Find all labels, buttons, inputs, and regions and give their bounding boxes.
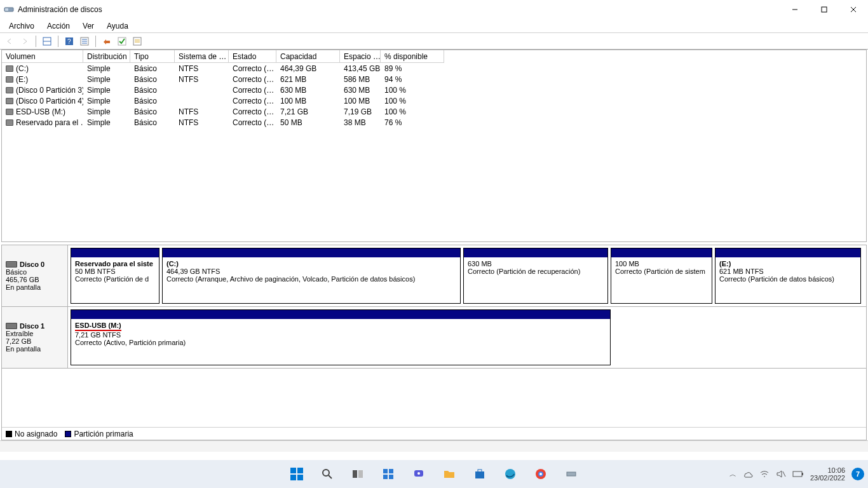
- disk-icon: [6, 261, 17, 268]
- col-distribucion[interactable]: Distribución: [83, 50, 130, 63]
- chrome-icon[interactable]: [528, 461, 553, 487]
- disk-size: 465,76 GB: [6, 276, 64, 283]
- svg-line-39: [783, 471, 785, 477]
- onedrive-icon[interactable]: [743, 470, 753, 478]
- menu-ver[interactable]: Ver: [76, 20, 100, 32]
- svg-rect-41: [802, 473, 803, 475]
- svg-rect-18: [290, 468, 296, 473]
- disk-kind: Básico: [6, 268, 64, 276]
- help-icon[interactable]: ?: [62, 34, 76, 48]
- volume-list[interactable]: Volumen Distribución Tipo Sistema de … E…: [1, 50, 867, 242]
- notification-badge[interactable]: 7: [851, 468, 864, 480]
- svg-rect-29: [389, 475, 393, 479]
- clock-date: 23/02/2022: [810, 474, 845, 482]
- col-espacio[interactable]: Espacio …: [340, 50, 381, 63]
- disk-label[interactable]: Disco 0 Básico 465,76 GB En pantalla: [2, 245, 68, 306]
- legend: No asignado Partición primaria: [2, 427, 866, 440]
- svg-rect-15: [133, 37, 141, 45]
- svg-rect-28: [383, 475, 388, 479]
- forward-button: [18, 34, 32, 48]
- col-capacidad[interactable]: Capacidad: [276, 50, 340, 63]
- col-volumen[interactable]: Volumen: [2, 50, 83, 63]
- drive-icon: [6, 65, 13, 72]
- svg-line-23: [329, 475, 332, 478]
- list-icon[interactable]: [78, 34, 92, 48]
- battery-icon[interactable]: [792, 471, 804, 477]
- svg-rect-26: [383, 469, 388, 473]
- taskbar: ︿ 10:06 23/02/2022 7: [0, 460, 868, 488]
- svg-rect-21: [297, 475, 303, 480]
- diskmgmt-taskbar-icon[interactable]: [559, 461, 584, 487]
- taskview-icon[interactable]: [345, 461, 370, 487]
- close-button[interactable]: [839, 0, 868, 19]
- check-icon[interactable]: [115, 34, 129, 48]
- app-icon: [4, 4, 14, 15]
- disk-row: Disco 0 Básico 465,76 GB En pantalla Res…: [2, 245, 866, 307]
- svg-rect-27: [389, 469, 393, 473]
- legend-unallocated: No asignado: [6, 430, 57, 438]
- drive-icon: [6, 98, 13, 104]
- disk-row: Disco 1 Extraíble 7,22 GB En pantalla ES…: [2, 307, 866, 369]
- maximize-button[interactable]: [810, 0, 839, 19]
- table-row[interactable]: (Disco 0 Partición 3)SimpleBásicoCorrect…: [2, 85, 866, 95]
- svg-rect-25: [358, 470, 363, 478]
- disk-name: Disco 1: [20, 322, 44, 330]
- svg-rect-19: [297, 468, 303, 473]
- partition[interactable]: Reservado para el siste50 MB NTFSCorrect…: [71, 248, 159, 304]
- props-icon[interactable]: [130, 34, 144, 48]
- svg-rect-1: [5, 8, 8, 11]
- svg-point-22: [323, 470, 329, 476]
- titlebar: Administración de discos: [0, 0, 868, 19]
- partition[interactable]: (C:)464,39 GB NTFSCorrecto (Arranque, Ar…: [162, 248, 461, 304]
- action-icon[interactable]: [100, 34, 114, 48]
- tray-chevron-icon[interactable]: ︿: [729, 470, 736, 479]
- menu-archivo[interactable]: Archivo: [3, 20, 41, 32]
- svg-rect-32: [475, 471, 484, 478]
- svg-rect-20: [290, 475, 296, 480]
- edge-icon[interactable]: [498, 461, 523, 487]
- chat-icon[interactable]: [406, 461, 431, 487]
- disk-name: Disco 0: [20, 261, 44, 268]
- col-estado[interactable]: Estado: [229, 50, 276, 63]
- widgets-icon[interactable]: [376, 461, 401, 487]
- menubar: Archivo Acción Ver Ayuda: [0, 19, 868, 33]
- search-icon[interactable]: [315, 461, 340, 487]
- svg-text:?: ?: [67, 38, 71, 45]
- table-row[interactable]: Reservado para el …SimpleBásicoNTFSCorre…: [2, 117, 866, 128]
- table-row[interactable]: (Disco 0 Partición 4)SimpleBásicoCorrect…: [2, 95, 866, 106]
- disk-diagram: Disco 0 Básico 465,76 GB En pantalla Res…: [1, 245, 867, 440]
- explorer-icon[interactable]: [437, 461, 462, 487]
- start-button[interactable]: [284, 461, 309, 487]
- partition[interactable]: 100 MBCorrecto (Partición de sistem: [611, 248, 712, 304]
- partition[interactable]: ESD-USB (M:)7,21 GB NTFSCorrecto (Activo…: [71, 309, 611, 365]
- disk-kind: Extraíble: [6, 330, 64, 337]
- drive-icon: [6, 76, 13, 83]
- volume-icon[interactable]: [776, 470, 786, 478]
- wifi-icon[interactable]: [759, 470, 770, 478]
- legend-primary: Partición primaria: [65, 430, 133, 438]
- store-icon[interactable]: [467, 461, 492, 487]
- menu-accion[interactable]: Acción: [41, 20, 76, 32]
- minimize-button[interactable]: [780, 0, 810, 19]
- menu-ayuda[interactable]: Ayuda: [100, 20, 135, 32]
- col-sistema[interactable]: Sistema de …: [175, 50, 229, 63]
- table-row[interactable]: ESD-USB (M:)SimpleBásicoNTFSCorrecto (…7…: [2, 106, 866, 117]
- clock-time: 10:06: [810, 466, 845, 474]
- table-row[interactable]: (C:)SimpleBásicoNTFSCorrecto (…464,39 GB…: [2, 63, 866, 74]
- drive-icon: [6, 109, 13, 115]
- col-tipo[interactable]: Tipo: [130, 50, 175, 63]
- clock[interactable]: 10:06 23/02/2022: [810, 466, 845, 482]
- col-pct[interactable]: % disponible: [381, 50, 444, 63]
- toolbar: ?: [0, 33, 868, 50]
- svg-point-31: [417, 472, 420, 475]
- drive-icon: [6, 87, 13, 93]
- svg-rect-38: [567, 472, 576, 476]
- disk-label[interactable]: Disco 1 Extraíble 7,22 GB En pantalla: [2, 307, 68, 368]
- back-button: [3, 34, 17, 48]
- partition[interactable]: 630 MBCorrecto (Partición de recuperació…: [463, 248, 608, 304]
- partition[interactable]: (E:)621 MB NTFSCorrecto (Partición de da…: [715, 248, 861, 304]
- table-row[interactable]: (E:)SimpleBásicoNTFSCorrecto (…621 MB586…: [2, 74, 866, 85]
- disk-state: En pantalla: [6, 283, 64, 291]
- svg-rect-24: [353, 470, 357, 478]
- view-panel-icon[interactable]: [40, 34, 54, 48]
